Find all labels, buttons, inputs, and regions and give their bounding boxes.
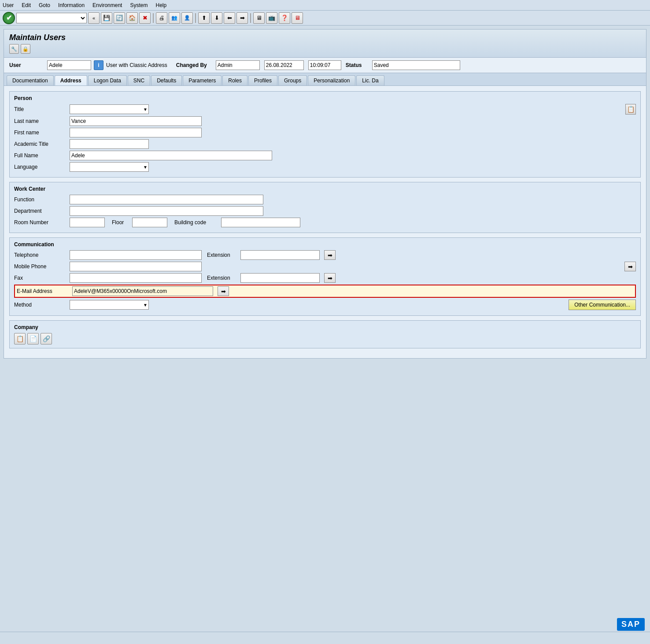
user-label: User <box>9 62 44 68</box>
person-section-title: Person <box>14 95 636 101</box>
company-title: Company <box>14 324 636 330</box>
title-panel: Maintain Users 🔧 🔒 <box>4 29 646 58</box>
fax-input[interactable] <box>70 273 202 283</box>
user-info-row: User i User with Classic Address Changed… <box>4 58 646 73</box>
communication-title: Communication <box>14 241 636 248</box>
save-button[interactable]: 💾 <box>101 12 112 24</box>
help-button[interactable]: ❓ <box>279 12 290 24</box>
tab-address[interactable]: Address <box>55 75 87 86</box>
toolbar-separator-2 <box>195 13 196 23</box>
title-icon-wrench[interactable]: 🔧 <box>9 44 19 54</box>
menu-edit[interactable]: Edit <box>22 2 31 8</box>
refresh-button[interactable]: 🔄 <box>114 12 125 24</box>
command-input[interactable] <box>16 13 87 23</box>
status-input[interactable] <box>372 60 460 70</box>
new-session-button[interactable]: 🖥 <box>253 12 265 24</box>
method-dropdown[interactable] <box>70 300 149 310</box>
menu-user[interactable]: User <box>3 2 14 8</box>
menu-environment[interactable]: Environment <box>92 2 122 8</box>
user-type-text: User with Classic Address <box>106 62 167 68</box>
print-button[interactable]: 🖨 <box>156 12 167 24</box>
email-row: E-Mail Address ➡ <box>14 285 636 298</box>
find-next-button[interactable]: 👤 <box>181 12 193 24</box>
full-name-input[interactable] <box>70 151 272 160</box>
tab-defaults[interactable]: Defaults <box>151 75 182 85</box>
title-dropdown-wrapper: ▼ <box>70 104 149 114</box>
full-name-label: Full Name <box>14 152 67 159</box>
function-row: Function <box>14 195 636 204</box>
tab-snc[interactable]: SNC <box>128 75 150 85</box>
academic-title-row: Academic Title <box>14 139 636 149</box>
customize-button[interactable]: 🖥 <box>292 12 303 24</box>
last-name-input[interactable] <box>70 116 202 126</box>
email-action-button[interactable]: ➡ <box>218 286 229 296</box>
telephone-action-button[interactable]: ➡ <box>324 250 336 260</box>
last-page-button[interactable]: ➡ <box>236 12 248 24</box>
tab-profiles[interactable]: Profiles <box>248 75 277 85</box>
user-input[interactable] <box>47 60 91 70</box>
home-button[interactable]: 🏠 <box>126 12 138 24</box>
first-name-input[interactable] <box>70 128 202 137</box>
tabs-container: Documentation Address Logon Data SNC Def… <box>4 73 646 86</box>
first-page-button[interactable]: ⬆ <box>198 12 210 24</box>
find-button[interactable]: 👥 <box>169 12 180 24</box>
mobile-action-button[interactable]: ➡ <box>624 262 636 271</box>
other-communication-button[interactable]: Other Communication... <box>569 300 636 310</box>
function-label: Function <box>14 196 67 203</box>
menu-system[interactable]: System <box>130 2 148 8</box>
function-input[interactable] <box>70 195 263 204</box>
address-icon-button[interactable]: 📋 <box>625 104 636 115</box>
language-dropdown[interactable] <box>70 162 149 172</box>
tab-documentation[interactable]: Documentation <box>7 75 54 85</box>
tab-logon-data[interactable]: Logon Data <box>88 75 127 85</box>
room-row: Room Number Floor Building code <box>14 218 636 227</box>
cancel-button[interactable]: ✖ <box>139 12 151 24</box>
changed-by-input[interactable] <box>216 60 260 70</box>
telephone-extension-input[interactable] <box>240 250 320 260</box>
tab-lic-da[interactable]: Lic. Da <box>356 75 384 85</box>
telephone-row: Telephone Extension ➡ <box>14 250 636 260</box>
floor-input[interactable] <box>132 218 167 227</box>
date-input[interactable] <box>264 60 304 70</box>
menu-goto[interactable]: Goto <box>39 2 50 8</box>
company-icon-3[interactable]: 🔗 <box>41 333 52 344</box>
email-input[interactable] <box>72 286 213 296</box>
toolbar: ✔ « 💾 🔄 🏠 ✖ 🖨 👥 👤 ⬆ ⬇ ⬅ ➡ 🖥 📺 ❓ 🖥 <box>0 11 650 26</box>
tab-parameters[interactable]: Parameters <box>183 75 222 85</box>
company-icon-2[interactable]: 📄 <box>27 333 39 344</box>
company-section: Company 📋 📄 🔗 <box>9 320 641 348</box>
menu-help[interactable]: Help <box>155 2 166 8</box>
title-row: Title ▼ 📋 <box>14 104 636 115</box>
menu-information[interactable]: Information <box>58 2 85 8</box>
toolbar-separator-1 <box>153 13 154 23</box>
full-name-row: Full Name <box>14 151 636 160</box>
fax-action-button[interactable]: ➡ <box>324 273 336 283</box>
building-code-label: Building code <box>174 219 218 226</box>
next-page-button[interactable]: ⬅ <box>224 12 235 24</box>
company-icon-1[interactable]: 📋 <box>14 333 26 344</box>
building-code-input[interactable] <box>221 218 300 227</box>
extension-label: Extension <box>207 252 238 258</box>
email-label: E-Mail Address <box>17 288 70 294</box>
green-check-button[interactable]: ✔ <box>3 12 15 24</box>
back-button[interactable]: « <box>88 12 100 24</box>
title-dropdown[interactable] <box>70 104 149 114</box>
info-icon-button[interactable]: i <box>94 60 103 70</box>
fax-label: Fax <box>14 275 67 281</box>
academic-title-label: Academic Title <box>14 141 67 147</box>
tab-personalization[interactable]: Personalization <box>308 75 355 85</box>
prev-page-button[interactable]: ⬇ <box>211 12 222 24</box>
department-input[interactable] <box>70 206 263 216</box>
content-panel: Person Title ▼ 📋 Last name First name <box>4 86 646 359</box>
main-area: Maintain Users 🔧 🔒 User i User with Clas… <box>0 26 650 362</box>
fax-extension-input[interactable] <box>240 273 320 283</box>
room-number-input[interactable] <box>70 218 105 227</box>
session-manager-button[interactable]: 📺 <box>266 12 277 24</box>
telephone-input[interactable] <box>70 250 202 260</box>
tab-groups[interactable]: Groups <box>278 75 307 85</box>
time-input[interactable] <box>308 60 341 70</box>
title-icon-lock[interactable]: 🔒 <box>21 44 30 54</box>
tab-roles[interactable]: Roles <box>222 75 247 85</box>
academic-title-input[interactable] <box>70 139 149 149</box>
mobile-input[interactable] <box>70 262 202 271</box>
